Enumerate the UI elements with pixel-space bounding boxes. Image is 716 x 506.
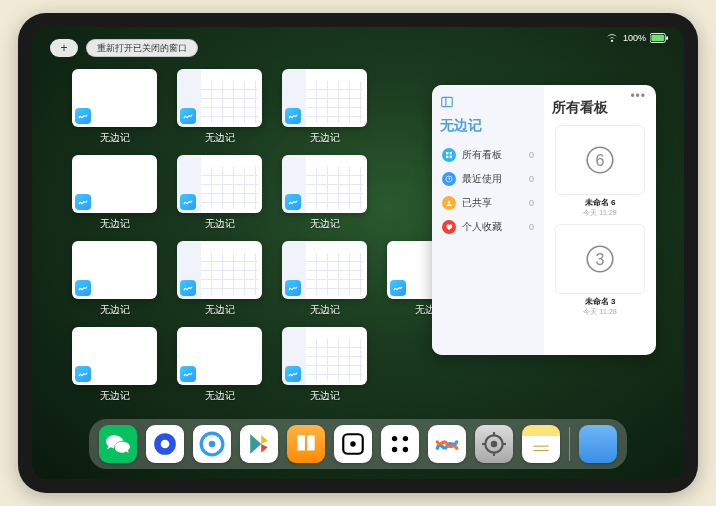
window-label: 无边记 bbox=[100, 131, 130, 145]
freeform-panel[interactable]: ••• 无边记 所有看板0最近使用0已共享0个人收藏0 所有看板 6未命名 6今… bbox=[432, 85, 656, 355]
dock-separator bbox=[569, 427, 570, 461]
svg-text:3: 3 bbox=[596, 251, 605, 268]
dock-app-qq[interactable] bbox=[193, 425, 231, 463]
sidebar-item[interactable]: 最近使用0 bbox=[440, 167, 536, 191]
board-thumbnail[interactable]: 6 bbox=[555, 125, 645, 195]
panel-left-title: 无边记 bbox=[440, 117, 536, 135]
window-thumbnail[interactable]: 无边记 bbox=[177, 155, 262, 235]
reopen-closed-window-button[interactable]: 重新打开已关闭的窗口 bbox=[86, 39, 198, 57]
heart-icon bbox=[442, 220, 456, 234]
sidebar-item[interactable]: 已共享0 bbox=[440, 191, 536, 215]
ellipsis-icon[interactable]: ••• bbox=[630, 89, 646, 103]
window-label: 无边记 bbox=[100, 303, 130, 317]
dock-app-freeform[interactable] bbox=[428, 425, 466, 463]
new-window-button[interactable]: + bbox=[50, 39, 78, 57]
svg-rect-5 bbox=[446, 152, 448, 154]
sidebar-item-count: 0 bbox=[529, 222, 534, 232]
panel-sidebar: 无边记 所有看板0最近使用0已共享0个人收藏0 bbox=[432, 85, 544, 355]
sidebar-item[interactable]: 个人收藏0 bbox=[440, 215, 536, 239]
sidebar-item-label: 所有看板 bbox=[462, 148, 502, 162]
wifi-icon bbox=[605, 34, 619, 43]
window-label: 无边记 bbox=[100, 389, 130, 403]
svg-rect-2 bbox=[666, 36, 668, 40]
svg-point-22 bbox=[403, 436, 408, 441]
board-date: 今天 11:29 bbox=[552, 208, 648, 218]
window-thumbnail[interactable]: 无边记 bbox=[72, 69, 157, 149]
svg-rect-6 bbox=[450, 152, 452, 154]
sidebar-item[interactable]: 所有看板0 bbox=[440, 143, 536, 167]
svg-point-23 bbox=[392, 447, 397, 452]
window-thumbnail[interactable]: 无边记 bbox=[72, 155, 157, 235]
window-label: 无边记 bbox=[310, 131, 340, 145]
svg-point-18 bbox=[209, 441, 216, 448]
dock-app-dice[interactable] bbox=[334, 425, 372, 463]
dock bbox=[89, 419, 627, 469]
window-label: 无边记 bbox=[205, 217, 235, 231]
dock-app-folder[interactable] bbox=[579, 425, 617, 463]
dock-app-wechat[interactable] bbox=[99, 425, 137, 463]
freeform-app-icon bbox=[180, 366, 196, 382]
sidebar-item-label: 个人收藏 bbox=[462, 220, 502, 234]
status-bar: 100% bbox=[605, 33, 668, 43]
window-thumbnail[interactable]: 无边记 bbox=[72, 327, 157, 407]
window-label: 无边记 bbox=[205, 131, 235, 145]
sidebar-item-label: 最近使用 bbox=[462, 172, 502, 186]
sidebar-item-count: 0 bbox=[529, 174, 534, 184]
top-controls: + 重新打开已关闭的窗口 bbox=[50, 39, 198, 57]
freeform-app-icon bbox=[180, 194, 196, 210]
window-label: 无边记 bbox=[310, 389, 340, 403]
freeform-app-icon bbox=[285, 280, 301, 296]
svg-point-16 bbox=[161, 440, 170, 449]
svg-rect-3 bbox=[442, 97, 453, 106]
dock-app-books[interactable] bbox=[287, 425, 325, 463]
freeform-app-icon bbox=[285, 366, 301, 382]
svg-rect-8 bbox=[450, 156, 452, 158]
svg-point-20 bbox=[350, 441, 355, 446]
window-thumbnail[interactable]: 无边记 bbox=[177, 69, 262, 149]
freeform-app-icon bbox=[180, 280, 196, 296]
board-name: 未命名 3 bbox=[552, 296, 648, 307]
sidebar-item-label: 已共享 bbox=[462, 196, 492, 210]
app-switcher-grid: 无边记无边记无边记无边记无边记无边记无边记无边记无边记无边记无边记无边记无边记 bbox=[72, 69, 472, 407]
svg-point-24 bbox=[403, 447, 408, 452]
freeform-app-icon bbox=[180, 108, 196, 124]
freeform-app-icon bbox=[285, 108, 301, 124]
ipad-frame: 100% + 重新打开已关闭的窗口 无边记无边记无边记无边记无边记无边记无边记无… bbox=[18, 13, 698, 493]
svg-rect-1 bbox=[651, 35, 664, 41]
sidebar-item-count: 0 bbox=[529, 198, 534, 208]
board-date: 今天 11:28 bbox=[552, 307, 648, 317]
window-thumbnail[interactable]: 无边记 bbox=[177, 241, 262, 321]
battery-icon bbox=[650, 33, 668, 43]
window-thumbnail[interactable]: 无边记 bbox=[177, 327, 262, 407]
window-thumbnail[interactable]: 无边记 bbox=[72, 241, 157, 321]
freeform-app-icon bbox=[75, 280, 91, 296]
dock-app-settings[interactable] bbox=[475, 425, 513, 463]
grid-icon bbox=[442, 148, 456, 162]
dock-app-play[interactable] bbox=[240, 425, 278, 463]
window-label: 无边记 bbox=[310, 217, 340, 231]
window-thumbnail[interactable]: 无边记 bbox=[282, 241, 367, 321]
svg-point-26 bbox=[491, 441, 498, 448]
clock-icon bbox=[442, 172, 456, 186]
board-name: 未命名 6 bbox=[552, 197, 648, 208]
dock-app-dots[interactable] bbox=[381, 425, 419, 463]
freeform-app-icon bbox=[285, 194, 301, 210]
board-thumbnail[interactable]: 3 bbox=[555, 224, 645, 294]
svg-point-21 bbox=[392, 436, 397, 441]
sidebar-item-count: 0 bbox=[529, 150, 534, 160]
window-thumbnail[interactable]: 无边记 bbox=[282, 69, 367, 149]
freeform-app-icon bbox=[75, 194, 91, 210]
window-label: 无边记 bbox=[310, 303, 340, 317]
freeform-app-icon bbox=[75, 366, 91, 382]
freeform-app-icon bbox=[75, 108, 91, 124]
svg-point-10 bbox=[448, 201, 451, 204]
window-thumbnail[interactable]: 无边记 bbox=[282, 327, 367, 407]
window-label: 无边记 bbox=[100, 217, 130, 231]
window-thumbnail[interactable]: 无边记 bbox=[282, 155, 367, 235]
dock-app-notes[interactable] bbox=[522, 425, 560, 463]
svg-text:6: 6 bbox=[596, 152, 605, 169]
screen: 100% + 重新打开已关闭的窗口 无边记无边记无边记无边记无边记无边记无边记无… bbox=[32, 27, 684, 479]
people-icon bbox=[442, 196, 456, 210]
dock-app-qvideo[interactable] bbox=[146, 425, 184, 463]
sidebar-toggle-icon[interactable] bbox=[440, 95, 454, 109]
